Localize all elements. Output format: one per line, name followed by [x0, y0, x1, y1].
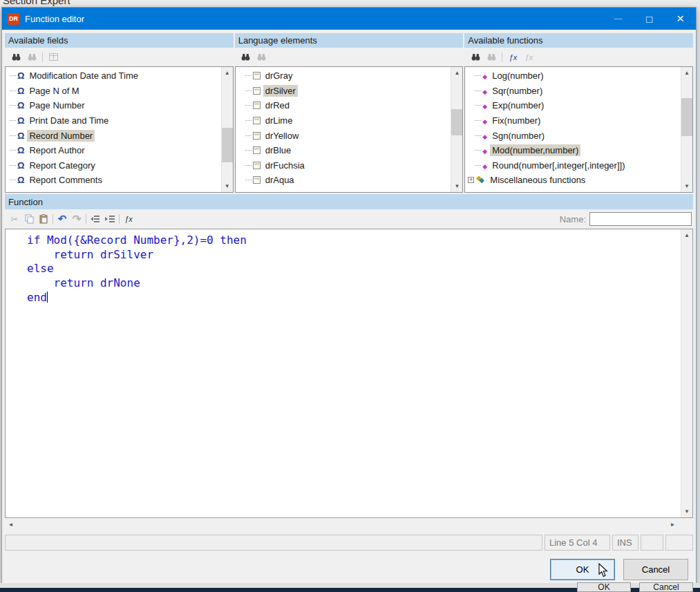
fields-list[interactable]: Modification Date and Time Page N of M P…	[5, 66, 234, 193]
scrollbar-thumb[interactable]	[222, 128, 233, 162]
fields-scrollbar[interactable]	[221, 67, 233, 192]
background-cancel-button[interactable]: Cancel	[639, 582, 693, 592]
scrollbar-left-button[interactable]	[5, 519, 17, 531]
scrollbar-down-button[interactable]	[681, 506, 692, 517]
language-row[interactable]: drBlue	[236, 143, 451, 158]
field-row[interactable]: Page N of M	[6, 84, 221, 99]
add-function-icon[interactable]	[507, 52, 518, 63]
redo-icon[interactable]	[71, 213, 82, 225]
language-row[interactable]: drAqua	[236, 173, 451, 188]
find-next-icon[interactable]	[256, 52, 267, 63]
field-label: Report Comments	[27, 174, 104, 186]
code-editor[interactable]: if Mod({&Record Number},2)=0 then return…	[5, 229, 693, 518]
fx-icon[interactable]	[123, 213, 134, 225]
field-row[interactable]: Report Comments	[6, 173, 221, 188]
function-row[interactable]: Round(number[,integer[,integer]])	[465, 158, 681, 173]
field-row[interactable]: Print Date and Time	[6, 113, 221, 128]
language-row[interactable]: drGray	[236, 68, 451, 84]
scrollbar-thumb[interactable]	[681, 98, 692, 136]
editor-vertical-scrollbar[interactable]	[681, 229, 692, 517]
available-fields-panel: Available fields Modification Date and T…	[5, 33, 234, 193]
language-elements-header: Language elements	[235, 33, 464, 48]
language-element-icon	[253, 146, 261, 154]
field-row[interactable]: Page Number	[6, 98, 221, 113]
language-element-icon	[253, 176, 261, 184]
language-row[interactable]: drFuchsia	[236, 158, 451, 173]
find-next-icon[interactable]	[26, 52, 37, 63]
scrollbar-up-button[interactable]	[681, 67, 692, 79]
language-row[interactable]: drRed	[236, 98, 451, 113]
function-icon	[482, 131, 487, 141]
name-input[interactable]	[589, 212, 692, 226]
cancel-button[interactable]: Cancel	[623, 559, 688, 580]
expand-icon[interactable]	[468, 177, 474, 183]
function-label: Log(number)	[490, 70, 545, 82]
code-area: if Mod({&Record Number},2)=0 then return…	[6, 233, 680, 517]
function-row[interactable]: Log(number)	[465, 68, 681, 84]
function-label: Sgn(number)	[490, 130, 547, 142]
outdent-icon[interactable]	[90, 213, 101, 225]
scrollbar-up-button[interactable]	[451, 67, 462, 79]
scrollbar-thumb[interactable]	[451, 109, 462, 135]
function-icon	[482, 86, 487, 96]
find-icon[interactable]	[10, 52, 21, 63]
function-row-selected[interactable]: Mod(number,number)	[465, 143, 681, 158]
status-insert-mode-cell: INS	[612, 535, 638, 551]
background-ok-button[interactable]: OK	[577, 582, 631, 592]
cut-icon[interactable]	[9, 213, 20, 225]
scrollbar-up-button[interactable]	[681, 229, 692, 241]
paste-icon[interactable]	[38, 213, 49, 225]
function-label: Exp(number)	[490, 99, 546, 111]
language-row-selected[interactable]: drSilver	[236, 84, 451, 99]
function-row[interactable]: Sgn(number)	[465, 128, 681, 143]
field-row[interactable]: Report Category	[6, 158, 221, 173]
function-group-label: Miscellaneous functions	[488, 174, 587, 186]
function-row[interactable]: Sqr(number)	[465, 84, 681, 99]
language-element-icon	[253, 162, 261, 169]
code-line: end	[27, 291, 680, 305]
maximize-button[interactable]	[634, 8, 665, 30]
window-controls	[603, 8, 696, 30]
status-message-cell	[5, 535, 542, 551]
scrollbar-down-button[interactable]	[451, 180, 462, 192]
dialog-titlebar[interactable]: DR Function editor	[2, 8, 696, 30]
field-label: Page Number	[27, 99, 86, 111]
field-row[interactable]: Report Author	[6, 143, 221, 158]
status-bar: Line 5 Col 4 INS	[5, 534, 693, 551]
minimize-button[interactable]	[603, 8, 634, 30]
language-scrollbar[interactable]	[451, 67, 462, 192]
functions-toolbar	[464, 48, 693, 66]
language-list[interactable]: drGray drSilver drRed drLime drYellow dr…	[235, 66, 464, 193]
editor-horizontal-scrollbar[interactable]	[5, 519, 679, 531]
field-row[interactable]: Modification Date and Time	[6, 68, 221, 84]
function-row[interactable]: Exp(number)	[465, 98, 681, 113]
copy-icon[interactable]	[23, 213, 35, 225]
dialog-buttons: OK Cancel	[550, 559, 688, 580]
find-next-icon[interactable]	[486, 52, 497, 63]
remove-function-icon[interactable]	[523, 52, 534, 63]
function-group-row[interactable]: Miscellaneous functions	[465, 173, 681, 188]
language-row[interactable]: drYellow	[236, 128, 451, 143]
scrollbar-up-button[interactable]	[222, 67, 233, 79]
function-icon	[482, 70, 487, 81]
find-icon[interactable]	[240, 52, 252, 63]
editor-toolbar: Name:	[5, 209, 693, 229]
functions-list[interactable]: Log(number) Sqr(number) Exp(number) Fix(…	[464, 66, 693, 193]
function-editor-dialog: DR Function editor Available fields	[1, 7, 697, 584]
functions-scrollbar[interactable]	[681, 67, 692, 192]
available-fields-header: Available fields	[5, 33, 234, 48]
language-element-icon	[253, 132, 261, 140]
language-row[interactable]: drLime	[236, 113, 451, 128]
status-cell	[641, 535, 663, 551]
scrollbar-down-button[interactable]	[222, 180, 233, 192]
scrollbar-down-button[interactable]	[681, 180, 692, 192]
function-row[interactable]: Fix(number)	[465, 113, 681, 128]
find-icon[interactable]	[470, 52, 481, 63]
close-button[interactable]	[665, 8, 696, 30]
browse-data-icon[interactable]	[48, 52, 59, 63]
undo-icon[interactable]	[57, 213, 68, 225]
field-row-selected[interactable]: Record Number	[6, 128, 221, 143]
scrollbar-right-button[interactable]	[667, 519, 679, 531]
group-icon	[476, 176, 485, 184]
indent-icon[interactable]	[104, 213, 115, 225]
